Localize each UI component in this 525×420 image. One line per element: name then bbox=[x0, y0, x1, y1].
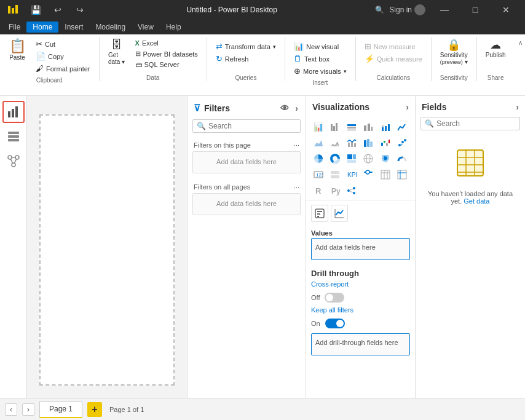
undo-icon[interactable]: ↩ bbox=[49, 1, 66, 18]
viz-python[interactable]: Py bbox=[328, 183, 342, 198]
filters-header-icons: 👁 › bbox=[279, 102, 299, 114]
svg-rect-1 bbox=[12, 8, 14, 14]
next-page-btn[interactable]: › bbox=[22, 403, 34, 416]
ribbon-collapse-btn[interactable]: ∧ bbox=[516, 37, 525, 81]
sign-in-btn[interactable]: Sign in bbox=[389, 4, 425, 15]
svg-point-72 bbox=[353, 187, 355, 189]
viz-keep-filters-toggle[interactable] bbox=[325, 319, 345, 328]
prev-page-btn[interactable]: ‹ bbox=[5, 403, 17, 416]
get-data-link[interactable]: Get data bbox=[464, 197, 489, 205]
save-icon[interactable]: 💾 bbox=[27, 1, 44, 18]
page-1-tab[interactable]: Page 1 bbox=[39, 401, 82, 418]
viz-line-chart[interactable] bbox=[395, 119, 409, 134]
filters-all-drop-area[interactable]: Add data fields here bbox=[192, 193, 301, 215]
filters-search-icon: 🔍 bbox=[197, 122, 206, 130]
viz-scatter[interactable] bbox=[395, 135, 409, 150]
viz-analytics-btn[interactable] bbox=[331, 205, 348, 222]
viz-cross-report-toggle[interactable] bbox=[325, 293, 344, 303]
viz-clustered-bar[interactable] bbox=[328, 119, 342, 134]
viz-donut[interactable] bbox=[328, 151, 342, 166]
viz-stacked-col[interactable] bbox=[378, 119, 393, 134]
svg-rect-24 bbox=[382, 127, 384, 131]
viz-multi-row-card[interactable] bbox=[328, 167, 342, 182]
menu-view[interactable]: View bbox=[132, 22, 160, 33]
svg-point-73 bbox=[353, 192, 355, 194]
sidebar-model-icon[interactable] bbox=[2, 150, 25, 172]
viz-line-col[interactable] bbox=[344, 135, 359, 150]
transform-data-btn[interactable]: ⇄ Transform data ▾ bbox=[212, 41, 280, 52]
filters-title: ⊽ Filters bbox=[194, 103, 230, 114]
menu-modeling[interactable]: Modeling bbox=[89, 22, 132, 33]
search-icon[interactable]: 🔍 bbox=[375, 6, 384, 14]
viz-slicer[interactable] bbox=[361, 167, 376, 182]
viz-pie-chart[interactable] bbox=[311, 151, 326, 166]
viz-decomp-tree[interactable] bbox=[344, 183, 359, 198]
add-page-btn[interactable]: + bbox=[87, 402, 102, 417]
get-data-icon: 🗄 bbox=[111, 39, 122, 50]
menu-home[interactable]: Home bbox=[26, 22, 58, 33]
filters-search-box[interactable]: 🔍 bbox=[192, 119, 301, 133]
viz-r-visual[interactable]: R bbox=[311, 183, 326, 198]
filters-expand-icon[interactable]: › bbox=[294, 102, 299, 114]
viz-drill-drop[interactable]: Add drill-through fields here bbox=[311, 333, 410, 355]
viz-treemap[interactable] bbox=[344, 151, 359, 166]
sidebar-data-icon[interactable] bbox=[2, 125, 25, 148]
get-data-btn[interactable]: 🗄 Getdata ▾ bbox=[105, 37, 129, 68]
viz-matrix[interactable] bbox=[395, 167, 409, 182]
filters-eye-icon[interactable]: 👁 bbox=[279, 102, 290, 114]
viz-map[interactable] bbox=[361, 151, 376, 166]
filters-page-drop-area[interactable]: Add data fields here bbox=[192, 151, 301, 173]
cut-btn[interactable]: ✂ Cut bbox=[32, 38, 94, 50]
filters-all-more-icon[interactable]: ··· bbox=[294, 183, 299, 191]
viz-stacked-bar[interactable]: 📊 bbox=[311, 119, 326, 134]
viz-area-chart[interactable] bbox=[311, 135, 326, 150]
ribbon-group-clipboard: 📋 Paste ✂ Cut 📄 Copy 🖌 Format painter bbox=[0, 37, 100, 81]
sql-icon: 🗃 bbox=[135, 61, 142, 68]
excel-btn[interactable]: X Excel bbox=[132, 38, 202, 48]
svg-rect-8 bbox=[8, 139, 19, 141]
viz-100-stacked[interactable] bbox=[344, 119, 359, 134]
filters-page-more-icon[interactable]: ··· bbox=[294, 141, 299, 149]
minimize-btn[interactable]: — bbox=[430, 0, 459, 20]
refresh-btn[interactable]: ↻ Refresh bbox=[212, 53, 280, 65]
viz-clustered-col[interactable] bbox=[361, 119, 376, 134]
more-visuals-btn[interactable]: ⊕ More visuals ▾ bbox=[290, 65, 350, 77]
filters-search-input[interactable] bbox=[208, 122, 296, 130]
publish-btn[interactable]: ☁ Publish bbox=[482, 37, 510, 61]
viz-ribbon[interactable] bbox=[361, 135, 376, 150]
canvas-area[interactable] bbox=[27, 96, 187, 398]
power-bi-datasets-btn[interactable]: ⊞ Power BI datasets bbox=[132, 49, 202, 59]
close-btn[interactable]: ✕ bbox=[492, 0, 520, 20]
menu-help[interactable]: Help bbox=[160, 22, 188, 33]
viz-card[interactable]: 123 bbox=[311, 167, 326, 182]
fields-search-input[interactable] bbox=[436, 119, 516, 128]
menu-insert[interactable]: Insert bbox=[58, 22, 89, 33]
copy-icon: 📄 bbox=[36, 52, 45, 61]
paste-btn[interactable]: 📋 Paste bbox=[5, 37, 30, 63]
viz-gauge[interactable] bbox=[395, 151, 409, 166]
redo-icon[interactable]: ↪ bbox=[71, 1, 89, 18]
viz-kpi[interactable]: KPI bbox=[344, 167, 359, 182]
viz-values-drop[interactable]: Add data fields here bbox=[311, 238, 410, 260]
sensitivity-btn[interactable]: 🔒 Sensitivity(preview) ▾ bbox=[436, 37, 472, 68]
maximize-btn[interactable]: □ bbox=[461, 0, 489, 20]
viz-filled-map[interactable] bbox=[378, 151, 393, 166]
new-visual-btn[interactable]: 📊 New visual bbox=[290, 41, 350, 52]
sidebar-report-icon[interactable] bbox=[2, 101, 25, 123]
copy-btn[interactable]: 📄 Copy bbox=[32, 50, 94, 62]
ribbon-content: 📋 Paste ✂ Cut 📄 Copy 🖌 Format painter bbox=[0, 34, 525, 84]
cut-icon: ✂ bbox=[36, 39, 42, 49]
svg-marker-28 bbox=[314, 140, 323, 146]
fields-search-box[interactable]: 🔍 bbox=[420, 117, 520, 130]
menu-file[interactable]: File bbox=[2, 22, 26, 33]
viz-format-btn[interactable] bbox=[311, 205, 328, 222]
viz-waterfall[interactable] bbox=[378, 135, 393, 150]
format-painter-btn[interactable]: 🖌 Format painter bbox=[32, 63, 94, 74]
viz-stacked-area[interactable] bbox=[328, 135, 342, 150]
sql-server-btn[interactable]: 🗃 SQL Server bbox=[132, 60, 202, 69]
svg-rect-3 bbox=[8, 111, 10, 117]
fields-expand-icon[interactable]: › bbox=[516, 102, 519, 112]
viz-expand-icon[interactable]: › bbox=[406, 102, 409, 112]
text-box-btn[interactable]: 🗒 Text box bbox=[290, 53, 350, 65]
viz-table[interactable] bbox=[378, 167, 393, 182]
